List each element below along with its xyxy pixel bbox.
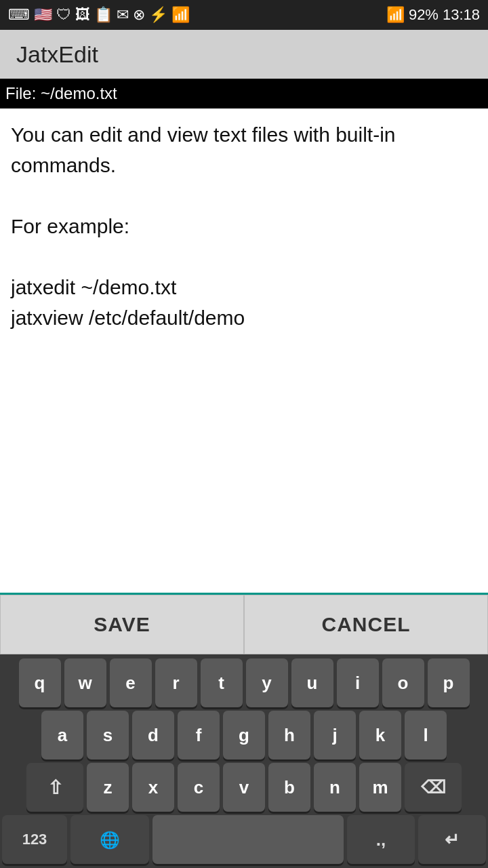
key-k[interactable]: k — [359, 711, 401, 760]
mail-icon: ✉ — [117, 6, 129, 24]
punctuation-key[interactable]: ., — [347, 815, 415, 864]
status-right: 📶 92% 13:18 — [386, 6, 480, 24]
key-w[interactable]: w — [64, 658, 106, 707]
keyboard-row-2: a s d f g h j k l — [3, 711, 485, 760]
key-o[interactable]: o — [382, 658, 424, 707]
space-key[interactable] — [152, 815, 344, 864]
save-button[interactable]: SAVE — [0, 595, 244, 654]
key-z[interactable]: z — [87, 763, 129, 812]
usb-icon: ⚡ — [149, 6, 167, 24]
key-l[interactable]: l — [405, 711, 447, 760]
block-icon: ⊗ — [133, 6, 145, 24]
keyboard-row-1: q w e r t y u i o p — [3, 658, 485, 707]
key-d[interactable]: d — [132, 711, 174, 760]
key-e[interactable]: e — [110, 658, 152, 707]
key-t[interactable]: t — [201, 658, 243, 707]
key-i[interactable]: i — [337, 658, 379, 707]
app-title: JatxEdit — [16, 41, 98, 68]
key-u[interactable]: u — [291, 658, 333, 707]
editor-area[interactable]: You can edit and view text files with bu… — [0, 108, 488, 593]
key-q[interactable]: q — [19, 658, 61, 707]
shift-key[interactable] — [26, 763, 83, 812]
key-y[interactable]: y — [246, 658, 288, 707]
image-icon: 🖼 — [75, 6, 90, 24]
action-buttons: SAVE CANCEL — [0, 595, 488, 654]
key-m[interactable]: m — [359, 763, 401, 812]
flag-icon: 🇺🇸 — [34, 6, 52, 24]
signal-icon: 📶 — [386, 6, 405, 24]
cancel-button[interactable]: CANCEL — [244, 595, 488, 654]
key-a[interactable]: a — [41, 711, 83, 760]
key-c[interactable]: c — [178, 763, 220, 812]
editor-content[interactable]: You can edit and view text files with bu… — [11, 119, 477, 333]
key-j[interactable]: j — [314, 711, 356, 760]
key-v[interactable]: v — [223, 763, 265, 812]
key-f[interactable]: f — [178, 711, 220, 760]
num-key[interactable]: 123 — [2, 815, 67, 864]
doc-icon: 📋 — [94, 6, 113, 24]
key-s[interactable]: s — [87, 711, 129, 760]
backspace-key[interactable] — [405, 763, 462, 812]
enter-key[interactable] — [418, 815, 486, 864]
app-bar: JatxEdit — [0, 30, 488, 79]
file-label: File: ~/demo.txt — [5, 84, 117, 103]
key-x[interactable]: x — [132, 763, 174, 812]
key-n[interactable]: n — [314, 763, 356, 812]
keyboard-icon: ⌨ — [8, 6, 30, 24]
key-b[interactable]: b — [268, 763, 310, 812]
keyboard: q w e r t y u i o p a s d f g h j k l z … — [0, 654, 488, 868]
key-r[interactable]: r — [155, 658, 197, 707]
status-left: ⌨ 🇺🇸 🛡 🖼 📋 ✉ ⊗ ⚡ 📶 — [8, 6, 190, 24]
wifi-icon: 📶 — [171, 6, 190, 24]
time-text: 13:18 — [443, 6, 480, 24]
key-p[interactable]: p — [428, 658, 470, 707]
key-g[interactable]: g — [223, 711, 265, 760]
shield-icon: 🛡 — [56, 6, 71, 24]
globe-key[interactable] — [70, 815, 149, 864]
battery-text: 92% — [409, 6, 439, 24]
keyboard-row-3: z x c v b n m — [3, 763, 485, 812]
file-bar: File: ~/demo.txt — [0, 79, 488, 108]
status-bar: ⌨ 🇺🇸 🛡 🖼 📋 ✉ ⊗ ⚡ 📶 📶 92% 13:18 — [0, 0, 488, 30]
keyboard-row-bottom: 123 ., — [3, 815, 485, 864]
key-h[interactable]: h — [268, 711, 310, 760]
